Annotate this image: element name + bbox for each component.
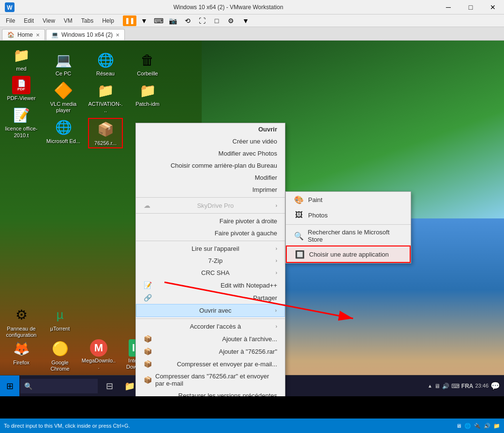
menu-help[interactable]: Help — [98, 16, 118, 25]
vm-lang[interactable]: FRA — [461, 383, 474, 390]
desktop-icon-utorrent[interactable]: µ µTorrent — [43, 305, 77, 338]
ctx-crc-sha[interactable]: CRC SHA› — [136, 267, 285, 279]
sub-paint[interactable]: 🎨 Paint — [286, 192, 411, 207]
desktop-col-1: 💻 Ce PC 🔶 VLC media player 🌐 Microsoft E… — [46, 50, 81, 148]
vm-volume-icon[interactable]: 🔊 — [442, 383, 449, 390]
vm-systray-arrow[interactable]: ▲ — [428, 383, 432, 389]
ctx-creer-video[interactable]: Créer une vidéo — [136, 135, 285, 147]
desktop-icon-chrome[interactable]: 🟡 Google Chrome — [43, 339, 77, 372]
desktop-icon-edge[interactable]: 🌐 Microsoft Ed... — [46, 118, 81, 144]
desktop-icon-activation[interactable]: 📁 ACTIVATION-... — [88, 81, 123, 114]
pause-button[interactable]: ❚❚ — [123, 15, 136, 26]
menu-edit[interactable]: Edit — [20, 16, 38, 25]
close-button[interactable]: ✕ — [482, 0, 504, 14]
desktop-icon-panneauconfig[interactable]: ⚙ Panneau de configuration — [4, 305, 39, 338]
ctx-modifier-photos[interactable]: Modifier avec Photos — [136, 147, 285, 159]
menu-tabs[interactable]: Tabs — [77, 16, 97, 25]
vm-network-icon[interactable]: 🖥 — [434, 383, 440, 390]
ctx-ouvrir-avec[interactable]: Ouvrir avec› — [136, 304, 285, 317]
vm-clock[interactable]: 23:46 — [475, 382, 489, 389]
ctx-ouvrir[interactable]: Ouvrir — [136, 123, 285, 135]
home-icon: 🏠 — [7, 31, 15, 38]
ctx-compresser-rar-email[interactable]: 📦Compresser dans "76256.rar" et envoyer … — [136, 370, 285, 390]
vm-search-bar[interactable]: 🔍 — [20, 379, 98, 393]
desktop-icon-licence[interactable]: 📝 licence office-2010.t — [4, 105, 39, 138]
sub-store[interactable]: 🔍 Rechercher dans le Microsoft Store — [286, 226, 411, 245]
vm-display[interactable]: 📁 med 📄PDF PDF-Viewer 📝 licence office-2… — [0, 41, 504, 396]
desktop-icon-patch[interactable]: 📁 Patch-idm — [130, 81, 165, 107]
snapshot[interactable]: 📷 — [166, 15, 180, 26]
desktop-col-2: 🌐 Réseau 📁 ACTIVATION-... 📦 76256.r... — [88, 50, 123, 148]
vm-taskview-icon[interactable]: ⊟ — [100, 376, 119, 396]
network-status-icon: 🌐 — [464, 423, 471, 429]
window-title: Windows 10 x64 (2) - VMware Workstation — [19, 4, 437, 11]
titlebar: W Windows 10 x64 (2) - VMware Workstatio… — [0, 0, 504, 14]
power-button[interactable]: ▼ — [137, 15, 151, 26]
desktop-icon-vlc[interactable]: 🔶 VLC media player — [46, 81, 81, 114]
desktop-icons-bottom2: 🦊 Firefox 🟡 Google Chrome M MegaDownlo..… — [4, 339, 155, 372]
tabbar: 🏠 Home ✕ 💻 Windows 10 x64 (2) ✕ — [0, 27, 504, 41]
desktop-icon-pdf[interactable]: 📄PDF PDF-Viewer — [4, 76, 39, 101]
vm-start-button[interactable]: ⊞ — [0, 375, 19, 397]
sub-photos[interactable]: 🖼 Photos — [286, 207, 411, 223]
tab-home[interactable]: 🏠 Home ✕ — [2, 29, 45, 40]
ctx-ajouter-rar[interactable]: 📦Ajouter à "76256.rar" — [136, 345, 285, 358]
tab-vm-close[interactable]: ✕ — [116, 32, 119, 38]
paint-icon: 🎨 — [294, 194, 304, 205]
ctx-notepad[interactable]: 📝Edit with Notepad++ — [136, 279, 285, 291]
ctx-modifier[interactable]: Modifier — [136, 172, 285, 184]
menu-view[interactable]: View — [39, 16, 59, 25]
vm-notification-icon[interactable]: 💬 — [490, 381, 500, 390]
vmware-statusbar: To direct input to this VM, click inside… — [0, 419, 504, 433]
desktop-col-0: 📁 med 📄PDF PDF-Viewer 📝 licence office-2… — [4, 45, 39, 148]
status-text: To direct input to this VM, click inside… — [4, 423, 130, 429]
vm-search-icon: 🔍 — [24, 382, 32, 390]
store-icon: 🔍 — [294, 231, 304, 241]
ctx-imprimer[interactable]: Imprimer — [136, 184, 285, 196]
settings-arrow[interactable]: ▼ — [239, 15, 252, 26]
desktop-icon-mega[interactable]: M MegaDownlo... — [81, 339, 116, 372]
ctx-sep3 — [136, 241, 285, 241]
ctx-sep2 — [136, 213, 285, 214]
desktop-icon-firefox[interactable]: 🦊 Firefox — [4, 339, 39, 372]
send-ctrl-alt-del[interactable]: ⌨ — [152, 15, 165, 26]
desktop-icons-bottom: ⚙ Panneau de configuration µ µTorrent — [4, 305, 77, 338]
ctx-skydrive[interactable]: ☁SkyDrive Pro› — [136, 199, 285, 212]
ctx-sep1 — [136, 197, 285, 198]
ctx-7zip[interactable]: 7-Zip› — [136, 255, 285, 267]
autre-app-icon: 🔲 — [295, 249, 305, 260]
ctx-accorder[interactable]: Accorder l'accès à› — [136, 320, 285, 332]
minimize-button[interactable]: ─ — [437, 0, 460, 14]
maximize-button[interactable]: □ — [460, 0, 482, 14]
desktop-icon-med[interactable]: 📁 med — [4, 45, 39, 72]
vm-keyboard-icon[interactable]: ⌨ — [451, 383, 460, 390]
desktop-icon-corbeille[interactable]: 🗑 Corbeille — [130, 50, 165, 77]
ctx-sep4 — [136, 318, 285, 319]
ctx-lire-appareil[interactable]: Lire sur l'appareil› — [136, 243, 285, 255]
ctx-compresser-email[interactable]: 📦Compresser et envoyer par e-mail... — [136, 358, 285, 370]
menu-vm[interactable]: VM — [60, 16, 76, 25]
vm-icon-status: 🖥 — [456, 423, 461, 429]
app-icon: W — [0, 2, 19, 12]
ctx-ajouter-archive[interactable]: 📦Ajouter à l'archive... — [136, 332, 285, 345]
tab-home-label: Home — [17, 31, 33, 38]
ctx-restaurer[interactable]: Restaurer les versions précédentes — [136, 390, 285, 396]
ctx-pivoter-gauche[interactable]: Faire pivoter à gauche — [136, 227, 285, 239]
desktop-icon-rar[interactable]: 📦 76256.r... — [88, 118, 123, 148]
tab-vm-label: Windows 10 x64 (2) — [61, 31, 113, 38]
audio-status-icon: 🔊 — [484, 423, 490, 429]
desktop-icon-cepc[interactable]: 💻 Ce PC — [46, 50, 81, 77]
desktop-icon-reseau[interactable]: 🌐 Réseau — [88, 50, 123, 77]
tab-home-close[interactable]: ✕ — [36, 32, 40, 38]
ctx-arriere-plan[interactable]: Choisir comme arrière-plan du Bureau — [136, 159, 285, 172]
sub-autre-app[interactable]: 🔲 Choisir une autre application — [286, 245, 411, 263]
revert[interactable]: ⟲ — [181, 15, 194, 26]
unity[interactable]: □ — [210, 15, 223, 26]
share-status-icon: 📁 — [493, 423, 500, 429]
tab-vm[interactable]: 💻 Windows 10 x64 (2) ✕ — [46, 29, 125, 40]
menu-file[interactable]: File — [2, 16, 19, 25]
ctx-pivoter-droite[interactable]: Faire pivoter à droite — [136, 215, 285, 227]
ctx-partager[interactable]: 🔗Partager — [136, 291, 285, 304]
settings[interactable]: ⚙ — [224, 15, 238, 26]
fullscreen[interactable]: ⛶ — [195, 15, 209, 26]
